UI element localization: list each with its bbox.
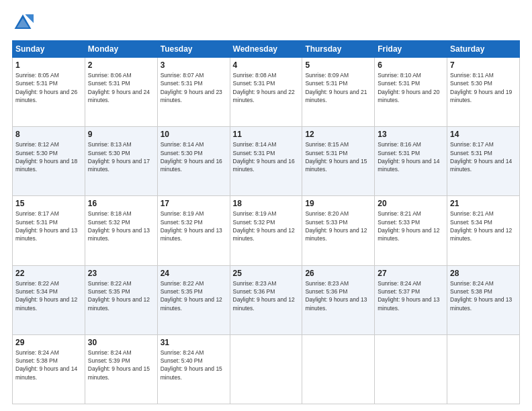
calendar-cell: 15Sunrise: 8:17 AMSunset: 5:31 PMDayligh…: [13, 196, 85, 265]
calendar-cell: 18Sunrise: 8:19 AMSunset: 5:32 PMDayligh…: [230, 196, 302, 265]
day-number: 25: [233, 269, 300, 278]
day-number: 30: [88, 338, 154, 347]
calendar-cell: 6Sunrise: 8:10 AMSunset: 5:31 PMDaylight…: [375, 58, 447, 127]
day-info: Sunrise: 8:17 AMSunset: 5:31 PMDaylight:…: [450, 140, 517, 173]
calendar-week-5: 29Sunrise: 8:24 AMSunset: 5:38 PMDayligh…: [13, 334, 520, 404]
calendar-cell: 14Sunrise: 8:17 AMSunset: 5:31 PMDayligh…: [447, 127, 520, 196]
day-info: Sunrise: 8:05 AMSunset: 5:31 PMDaylight:…: [15, 71, 82, 104]
day-info: Sunrise: 8:10 AMSunset: 5:31 PMDaylight:…: [378, 71, 444, 104]
calendar-cell: 17Sunrise: 8:19 AMSunset: 5:32 PMDayligh…: [157, 196, 230, 265]
calendar-week-4: 22Sunrise: 8:22 AMSunset: 5:34 PMDayligh…: [13, 265, 520, 334]
calendar-header-sunday: Sunday: [13, 41, 85, 58]
calendar-cell: 3Sunrise: 8:07 AMSunset: 5:31 PMDaylight…: [157, 58, 230, 127]
calendar-cell: 28Sunrise: 8:24 AMSunset: 5:38 PMDayligh…: [447, 265, 520, 334]
day-number: 4: [233, 60, 300, 70]
calendar-cell: 20Sunrise: 8:21 AMSunset: 5:33 PMDayligh…: [375, 196, 447, 265]
day-info: Sunrise: 8:24 AMSunset: 5:37 PMDaylight:…: [378, 279, 444, 312]
day-number: 1: [15, 60, 82, 70]
calendar-cell: 21Sunrise: 8:21 AMSunset: 5:34 PMDayligh…: [447, 196, 520, 265]
day-number: 5: [305, 60, 371, 70]
calendar-cell: 19Sunrise: 8:20 AMSunset: 5:33 PMDayligh…: [302, 196, 375, 265]
day-number: 17: [161, 199, 227, 208]
day-info: Sunrise: 8:23 AMSunset: 5:36 PMDaylight:…: [305, 279, 371, 312]
day-info: Sunrise: 8:22 AMSunset: 5:34 PMDaylight:…: [15, 279, 82, 312]
calendar-header-row: SundayMondayTuesdayWednesdayThursdayFrid…: [13, 41, 520, 58]
logo: [12, 12, 38, 34]
calendar-cell: 7Sunrise: 8:11 AMSunset: 5:30 PMDaylight…: [447, 58, 520, 127]
day-info: Sunrise: 8:19 AMSunset: 5:32 PMDaylight:…: [233, 210, 300, 242]
calendar-cell: 29Sunrise: 8:24 AMSunset: 5:38 PMDayligh…: [13, 334, 85, 404]
calendar-week-3: 15Sunrise: 8:17 AMSunset: 5:31 PMDayligh…: [13, 196, 520, 265]
day-info: Sunrise: 8:19 AMSunset: 5:32 PMDaylight:…: [161, 210, 227, 242]
calendar-cell: 30Sunrise: 8:24 AMSunset: 5:39 PMDayligh…: [85, 334, 157, 404]
calendar-cell: 24Sunrise: 8:22 AMSunset: 5:35 PMDayligh…: [157, 265, 230, 334]
calendar-cell: 10Sunrise: 8:14 AMSunset: 5:30 PMDayligh…: [157, 127, 230, 196]
day-info: Sunrise: 8:24 AMSunset: 5:38 PMDaylight:…: [15, 349, 82, 381]
day-number: 12: [305, 130, 371, 139]
calendar-cell: 13Sunrise: 8:16 AMSunset: 5:31 PMDayligh…: [375, 127, 447, 196]
calendar-cell: 1Sunrise: 8:05 AMSunset: 5:31 PMDaylight…: [13, 58, 85, 127]
day-number: 6: [378, 60, 444, 70]
day-info: Sunrise: 8:24 AMSunset: 5:40 PMDaylight:…: [161, 349, 227, 381]
calendar-header-tuesday: Tuesday: [157, 41, 230, 58]
day-number: 23: [88, 269, 154, 278]
day-number: 28: [450, 269, 517, 278]
calendar-cell: [230, 334, 302, 404]
day-number: 24: [161, 269, 227, 278]
day-info: Sunrise: 8:21 AMSunset: 5:33 PMDaylight:…: [378, 210, 444, 242]
day-number: 20: [378, 199, 444, 208]
day-info: Sunrise: 8:09 AMSunset: 5:31 PMDaylight:…: [305, 71, 371, 104]
day-number: 18: [233, 199, 300, 208]
day-number: 13: [378, 130, 444, 139]
day-info: Sunrise: 8:14 AMSunset: 5:31 PMDaylight:…: [233, 140, 300, 173]
day-info: Sunrise: 8:11 AMSunset: 5:30 PMDaylight:…: [450, 71, 517, 104]
calendar-cell: [302, 334, 375, 404]
calendar-cell: 8Sunrise: 8:12 AMSunset: 5:30 PMDaylight…: [13, 127, 85, 196]
calendar-cell: 11Sunrise: 8:14 AMSunset: 5:31 PMDayligh…: [230, 127, 302, 196]
calendar-cell: 4Sunrise: 8:08 AMSunset: 5:31 PMDaylight…: [230, 58, 302, 127]
day-info: Sunrise: 8:15 AMSunset: 5:31 PMDaylight:…: [305, 140, 371, 173]
day-info: Sunrise: 8:23 AMSunset: 5:36 PMDaylight:…: [233, 279, 300, 312]
logo-icon: [12, 12, 34, 34]
day-info: Sunrise: 8:06 AMSunset: 5:31 PMDaylight:…: [88, 71, 154, 104]
calendar-cell: 22Sunrise: 8:22 AMSunset: 5:34 PMDayligh…: [13, 265, 85, 334]
day-info: Sunrise: 8:12 AMSunset: 5:30 PMDaylight:…: [15, 140, 82, 173]
calendar-header-thursday: Thursday: [302, 41, 375, 58]
day-info: Sunrise: 8:13 AMSunset: 5:30 PMDaylight:…: [88, 140, 154, 173]
calendar-cell: 23Sunrise: 8:22 AMSunset: 5:35 PMDayligh…: [85, 265, 157, 334]
header: [12, 12, 520, 34]
calendar-header-wednesday: Wednesday: [230, 41, 302, 58]
calendar-cell: 25Sunrise: 8:23 AMSunset: 5:36 PMDayligh…: [230, 265, 302, 334]
calendar-cell: 9Sunrise: 8:13 AMSunset: 5:30 PMDaylight…: [85, 127, 157, 196]
day-number: 27: [378, 269, 444, 278]
day-number: 7: [450, 60, 517, 70]
day-info: Sunrise: 8:17 AMSunset: 5:31 PMDaylight:…: [15, 210, 82, 242]
day-number: 31: [161, 338, 227, 347]
day-info: Sunrise: 8:22 AMSunset: 5:35 PMDaylight:…: [88, 279, 154, 312]
day-number: 3: [161, 60, 227, 70]
day-info: Sunrise: 8:14 AMSunset: 5:30 PMDaylight:…: [161, 140, 227, 173]
calendar-cell: 5Sunrise: 8:09 AMSunset: 5:31 PMDaylight…: [302, 58, 375, 127]
day-info: Sunrise: 8:16 AMSunset: 5:31 PMDaylight:…: [378, 140, 444, 173]
day-info: Sunrise: 8:24 AMSunset: 5:39 PMDaylight:…: [88, 349, 154, 381]
day-info: Sunrise: 8:22 AMSunset: 5:35 PMDaylight:…: [161, 279, 227, 312]
day-info: Sunrise: 8:07 AMSunset: 5:31 PMDaylight:…: [161, 71, 227, 104]
calendar-table: SundayMondayTuesdayWednesdayThursdayFrid…: [12, 40, 520, 404]
day-info: Sunrise: 8:20 AMSunset: 5:33 PMDaylight:…: [305, 210, 371, 242]
calendar-cell: 2Sunrise: 8:06 AMSunset: 5:31 PMDaylight…: [85, 58, 157, 127]
calendar-cell: 27Sunrise: 8:24 AMSunset: 5:37 PMDayligh…: [375, 265, 447, 334]
day-info: Sunrise: 8:18 AMSunset: 5:32 PMDaylight:…: [88, 210, 154, 242]
day-number: 19: [305, 199, 371, 208]
page: SundayMondayTuesdayWednesdayThursdayFrid…: [0, 0, 532, 411]
calendar-cell: 12Sunrise: 8:15 AMSunset: 5:31 PMDayligh…: [302, 127, 375, 196]
day-number: 10: [161, 130, 227, 139]
day-number: 8: [15, 130, 82, 139]
day-number: 26: [305, 269, 371, 278]
calendar-cell: 16Sunrise: 8:18 AMSunset: 5:32 PMDayligh…: [85, 196, 157, 265]
calendar-cell: 31Sunrise: 8:24 AMSunset: 5:40 PMDayligh…: [157, 334, 230, 404]
day-number: 15: [15, 199, 82, 208]
day-info: Sunrise: 8:08 AMSunset: 5:31 PMDaylight:…: [233, 71, 300, 104]
calendar-header-friday: Friday: [375, 41, 447, 58]
calendar-header-monday: Monday: [85, 41, 157, 58]
day-info: Sunrise: 8:21 AMSunset: 5:34 PMDaylight:…: [450, 210, 517, 242]
